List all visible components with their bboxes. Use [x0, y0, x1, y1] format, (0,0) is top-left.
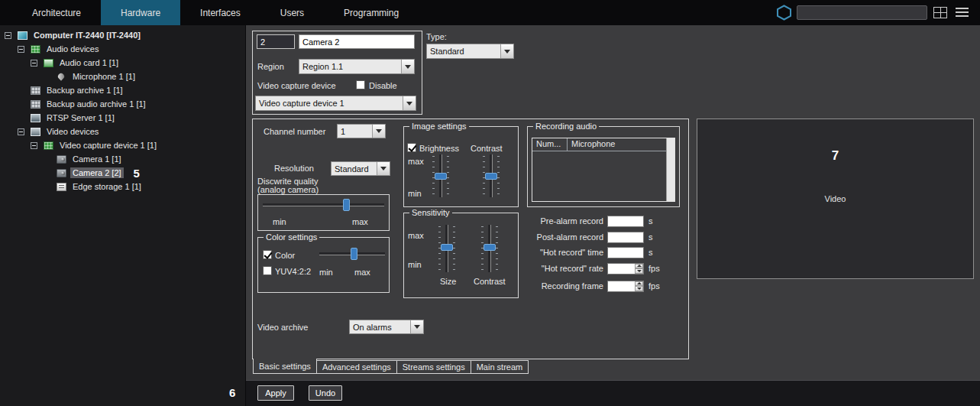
menu-item-programming[interactable]: Programming — [324, 0, 419, 25]
image-contrast-slider[interactable] — [484, 154, 498, 197]
chevron-down-icon[interactable] — [401, 60, 414, 73]
device-tree-panel: Computer IT-2440 [IT-2440]Audio devicesA… — [0, 25, 245, 406]
callout-6: 6 — [229, 386, 235, 399]
tree-item-label: Backup audio archive 1 [1] — [44, 99, 148, 109]
chevron-down-icon[interactable] — [410, 320, 423, 333]
menu-item-architecture[interactable]: Architecture — [12, 0, 101, 25]
brightness-checkbox[interactable] — [407, 143, 416, 152]
slider-thumb[interactable] — [441, 244, 453, 251]
tree-item-label: Audio card 1 [1] — [57, 57, 121, 68]
tree-collapse-icon[interactable] — [31, 60, 37, 67]
resolution-select[interactable]: Standard — [331, 161, 390, 176]
tab-basic-settings[interactable]: Basic settings — [253, 359, 317, 374]
sensitivity-max-label: max — [408, 231, 424, 240]
tree-item-backup-audio-archive-1-1[interactable]: Backup audio archive 1 [1] — [0, 97, 245, 111]
chevron-down-icon[interactable] — [372, 125, 385, 138]
tab-advanced-settings[interactable]: Advanced settings — [316, 360, 397, 374]
camera-icon — [57, 169, 66, 177]
tab-main-stream[interactable]: Main stream — [471, 360, 529, 374]
video-archive-select[interactable]: On alarms — [349, 320, 424, 334]
tree-item-label: Video devices — [44, 126, 101, 137]
tree-item-edge-storage-1-1[interactable]: Edge storage 1 [1] — [0, 180, 245, 193]
sensitivity-contrast-slider[interactable] — [483, 225, 496, 272]
rtsp-server-icon — [31, 114, 40, 122]
recording-audio-table[interactable]: Num... Microphone — [532, 138, 675, 202]
tree-item-microphone-1-1[interactable]: Microphone 1 [1] — [0, 70, 245, 83]
discwrite-quality-slider[interactable] — [263, 198, 384, 212]
record-value-input[interactable] — [607, 263, 644, 274]
record-row: "Hot record" times — [527, 246, 687, 258]
menu-item-interfaces[interactable]: Interfaces — [180, 0, 260, 25]
region-select[interactable]: Region 1.1 — [299, 59, 415, 74]
slider-thumb[interactable] — [485, 173, 497, 180]
recording-audio-table-header: Num... Microphone — [532, 138, 666, 151]
tab-streams-settings[interactable]: Streams settings — [396, 360, 471, 374]
yuv-checkbox[interactable] — [263, 266, 272, 275]
color-slider[interactable] — [319, 247, 385, 261]
tree-item-audio-card-1-1[interactable]: Audio card 1 [1] — [0, 56, 245, 70]
tree-item-camera-2-2[interactable]: Camera 2 [2]5 — [0, 166, 245, 180]
brightness-slider[interactable] — [434, 154, 448, 197]
chevron-down-icon[interactable] — [377, 162, 390, 175]
channel-number-value: 1 — [338, 125, 372, 138]
object-id-field[interactable]: 2 — [257, 34, 295, 49]
record-value-input[interactable] — [607, 247, 644, 258]
hamburger-menu-icon[interactable] — [956, 8, 969, 18]
layout-grid-icon[interactable] — [933, 7, 947, 18]
column-header-num[interactable]: Num... — [532, 138, 568, 151]
type-select[interactable]: Standard — [426, 44, 514, 59]
tree-item-camera-1-1[interactable]: Camera 1 [1] — [0, 152, 245, 166]
spinner-down-icon[interactable] — [635, 286, 643, 291]
tree-item-video-capture-device-1-1[interactable]: Video capture device 1 [1] — [0, 138, 245, 152]
color-checkbox[interactable] — [263, 250, 272, 259]
spinner-control[interactable] — [635, 281, 643, 291]
menu-item-hardware[interactable]: Hardware — [101, 0, 180, 25]
tree-item-video-devices[interactable]: Video devices — [0, 125, 245, 138]
tree-collapse-icon[interactable] — [31, 142, 37, 149]
slider-thumb[interactable] — [435, 173, 447, 180]
table-scrollbar[interactable] — [666, 138, 674, 201]
record-unit-label: fps — [648, 281, 660, 291]
backup-audio-archive-icon — [31, 100, 40, 109]
menu-item-users[interactable]: Users — [260, 0, 324, 25]
app-window: ArchitectureHardwareInterfacesUsersProgr… — [0, 0, 980, 406]
tree-expander-slot — [31, 142, 43, 149]
tree-item-audio-devices[interactable]: Audio devices — [0, 42, 245, 56]
object-name-input[interactable]: Camera 2 — [299, 34, 415, 49]
tree-collapse-icon[interactable] — [5, 32, 11, 39]
record-row: Post-alarm records — [527, 231, 687, 243]
slider-thumb[interactable] — [484, 244, 496, 251]
disable-checkbox[interactable] — [356, 80, 365, 89]
channel-number-select[interactable]: 1 — [337, 124, 386, 138]
record-value-input[interactable] — [607, 216, 644, 227]
capture-device-label: Video capture device — [257, 81, 336, 90]
record-value-input[interactable] — [607, 232, 644, 243]
chevron-down-icon[interactable] — [403, 96, 416, 110]
capture-device-select[interactable]: Video capture device 1 — [255, 96, 416, 111]
apply-button[interactable]: Apply — [257, 385, 294, 401]
tree-collapse-icon[interactable] — [18, 46, 24, 53]
column-header-microphone[interactable]: Microphone — [568, 138, 666, 151]
search-input[interactable] — [797, 5, 927, 20]
sensitivity-size-slider[interactable] — [440, 225, 454, 272]
video-preview-panel: 7 Video — [697, 119, 974, 279]
spinner-control[interactable] — [635, 264, 643, 274]
footer-bar — [246, 380, 980, 406]
slider-thumb[interactable] — [351, 248, 357, 260]
record-value-input[interactable] — [607, 281, 644, 292]
spinner-down-icon[interactable] — [635, 268, 643, 274]
tree-item-label: Video capture device 1 [1] — [57, 140, 159, 151]
sensitivity-size-label: Size — [440, 277, 456, 286]
chevron-down-icon[interactable] — [500, 44, 513, 58]
discwrite-min-label: min — [273, 217, 286, 226]
slider-thumb[interactable] — [343, 199, 350, 211]
slider-ticks — [453, 226, 455, 271]
edge-storage-icon — [57, 183, 66, 191]
tree-item-computer-it-2440-it-2440[interactable]: Computer IT-2440 [IT-2440] — [0, 28, 245, 42]
undo-button[interactable]: Undo — [309, 385, 342, 401]
tree-item-backup-archive-1-1[interactable]: Backup archive 1 [1] — [0, 83, 245, 97]
tree-item-rtsp-server-1-1[interactable]: RTSP Server 1 [1] — [0, 111, 245, 125]
tree-collapse-icon[interactable] — [18, 128, 24, 135]
yuv-checkbox-label: YUV4:2:2 — [275, 267, 311, 276]
color-max-label: max — [354, 268, 370, 277]
